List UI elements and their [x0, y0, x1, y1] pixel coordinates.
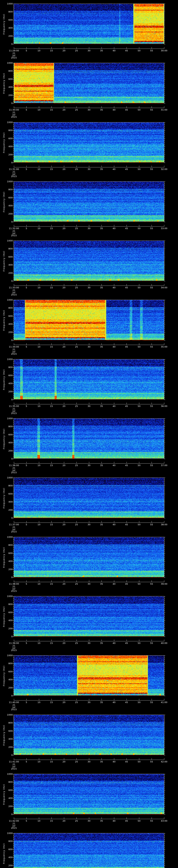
y-tick-label: 0 — [0, 576, 13, 579]
spectrogram-panel: Frequency (Hz) 10008006004002000 11:30:0… — [0, 59, 178, 118]
y-tick-label: 800 — [0, 366, 13, 369]
y-axis-title: Frequency (Hz) — [3, 665, 5, 686]
y-tick-label: 400 — [0, 560, 13, 562]
x-end-time-label: 39:00 — [156, 583, 172, 585]
y-axis-title: Frequency (Hz) — [3, 191, 5, 213]
date-line: 2015 — [3, 471, 24, 473]
x-end-time-label: 41:00 — [156, 701, 172, 704]
x-end-time-label: 34:00 — [156, 286, 172, 289]
x-end-time-label: 36:00 — [156, 405, 172, 407]
y-tick-label: 800 — [0, 840, 13, 842]
y-tick-label: 200 — [0, 331, 13, 334]
y-tick-label: 400 — [0, 856, 13, 859]
date-line: 2015 — [3, 293, 24, 296]
x-end-time-label: 38:00 — [156, 523, 172, 526]
y-tick-label: 1000 — [0, 121, 13, 124]
date-line: 2015 — [3, 530, 24, 533]
y-tick-label: 200 — [0, 805, 13, 808]
y-tick-label: 800 — [0, 10, 13, 13]
x-end-time-label: 30:00 — [156, 50, 172, 52]
y-tick-label: 400 — [0, 86, 13, 88]
y-tick-label: 800 — [0, 781, 13, 783]
y-axis-title: Frequency (Hz) — [3, 73, 5, 94]
date-line: 2015 — [3, 708, 24, 711]
x-end-time-label: 42:00 — [156, 761, 172, 763]
date-label: 21Jul2015 — [3, 823, 24, 829]
y-tick-label: 600 — [0, 493, 13, 495]
y-tick-label: 200 — [0, 35, 13, 37]
y-tick-label: 600 — [0, 848, 13, 850]
y-tick-label: 0 — [0, 636, 13, 638]
spectrogram-panel: Frequency (Hz) 10008006004002000 11:43:0… — [0, 830, 178, 868]
y-tick-label: 400 — [0, 27, 13, 29]
y-tick-label: 1000 — [0, 417, 13, 420]
y-tick-label: 1000 — [0, 714, 13, 716]
y-tick-label: 400 — [0, 501, 13, 503]
y-tick-label: 1000 — [0, 536, 13, 538]
y-tick-label: 800 — [0, 425, 13, 428]
y-axis-title: Frequency (Hz) — [3, 369, 5, 390]
x-end-time-label: 35:00 — [156, 346, 172, 348]
date-line: 2015 — [3, 768, 24, 770]
y-tick-label: 600 — [0, 256, 13, 258]
date-line: 2015 — [3, 412, 24, 414]
y-axis-title: Frequency (Hz) — [3, 784, 5, 805]
y-tick-label: 200 — [0, 94, 13, 96]
date-line: 2015 — [3, 353, 24, 355]
date-label: 21Jul2015 — [3, 704, 24, 711]
y-tick-label: 1000 — [0, 476, 13, 479]
spectrogram-panel: Frequency (Hz) 10008006004002000 11:33:0… — [0, 237, 178, 296]
y-tick-label: 200 — [0, 153, 13, 156]
spectrogram-panel: Frequency (Hz) 10008006004002000 11:38:0… — [0, 533, 178, 592]
y-tick-label: 400 — [0, 145, 13, 148]
y-tick-label: 800 — [0, 248, 13, 250]
y-tick-label: 0 — [0, 813, 13, 815]
y-tick-label: 600 — [0, 19, 13, 21]
spectrogram-canvas — [0, 830, 178, 868]
y-tick-label: 600 — [0, 374, 13, 377]
y-tick-label: 800 — [0, 662, 13, 665]
y-tick-label: 200 — [0, 509, 13, 511]
y-tick-label: 600 — [0, 552, 13, 555]
y-tick-label: 400 — [0, 678, 13, 681]
y-tick-label: 600 — [0, 789, 13, 792]
y-tick-label: 200 — [0, 272, 13, 274]
y-tick-label: 0 — [0, 339, 13, 341]
date-label: 21Jul2015 — [3, 763, 24, 770]
date-label: 21Jul2015 — [3, 230, 24, 237]
y-tick-label: 400 — [0, 619, 13, 622]
spectrogram-panel: Frequency (Hz) 10008006004002000 11:36:0… — [0, 415, 178, 474]
y-axis-title: Frequency (Hz) — [3, 843, 5, 864]
date-label: 21Jul2015 — [3, 585, 24, 592]
y-tick-label: 0 — [0, 754, 13, 756]
y-tick-label: 0 — [0, 161, 13, 164]
y-tick-label: 600 — [0, 730, 13, 732]
y-axis-title: Frequency (Hz) — [3, 488, 5, 509]
y-axis-title: Frequency (Hz) — [3, 547, 5, 568]
y-tick-label: 400 — [0, 797, 13, 799]
date-label: 21Jul2015 — [3, 289, 24, 296]
date-label: 21Jul2015 — [3, 111, 24, 118]
x-end-time-label: 31:00 — [156, 109, 172, 111]
y-tick-label: 0 — [0, 280, 13, 282]
date-label: 21Jul2015 — [3, 645, 24, 651]
y-tick-label: 600 — [0, 671, 13, 673]
date-label: 21Jul2015 — [3, 526, 24, 533]
spectrogram-panel: Frequency (Hz) 10008006004002000 11:40:0… — [0, 652, 178, 711]
y-tick-label: 800 — [0, 307, 13, 309]
spectrogram-panel: Frequency (Hz) 10008006004002000 11:29:0… — [0, 0, 178, 59]
spectrogram-figure: Frequency (Hz) 10008006004002000 11:29:0… — [0, 0, 178, 868]
y-tick-label: 0 — [0, 43, 13, 45]
x-end-time-label: 43:00 — [156, 820, 172, 822]
y-tick-label: 800 — [0, 485, 13, 487]
date-line: 2015 — [3, 827, 24, 829]
date-line: 2015 — [3, 590, 24, 592]
x-end-time-label: 32:00 — [156, 168, 172, 170]
date-line: 2015 — [3, 116, 24, 118]
y-axis-title: Frequency (Hz) — [3, 250, 5, 272]
y-tick-label: 400 — [0, 205, 13, 207]
date-label: 21Jul2015 — [3, 467, 24, 473]
x-end-time-label: 33:00 — [156, 227, 172, 230]
date-line: 2015 — [3, 57, 24, 59]
spectrogram-panel: Frequency (Hz) 10008006004002000 11:42:0… — [0, 770, 178, 830]
